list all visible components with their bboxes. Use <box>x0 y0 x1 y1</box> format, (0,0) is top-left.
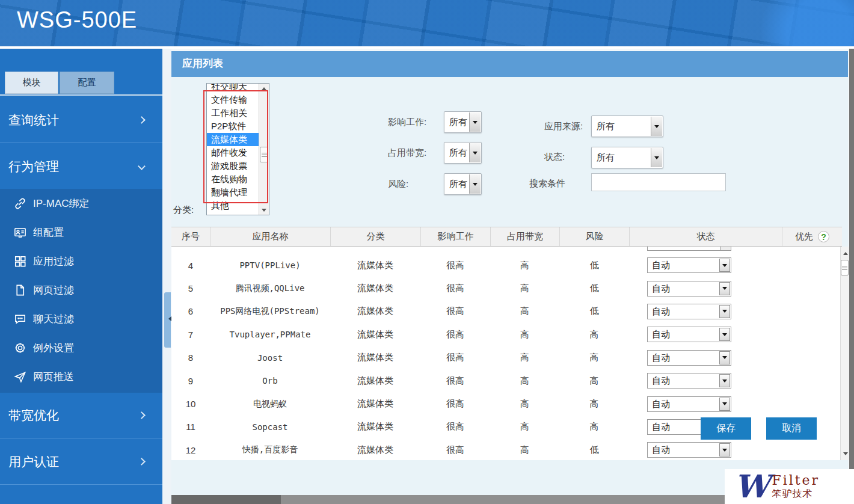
sidebar-item-2[interactable]: 组配置 <box>0 218 162 247</box>
sidebar: 模块 配置 查询统计行为管理IP-MAC绑定组配置应用过滤网页过滤聊天过滤例外设… <box>0 49 162 504</box>
status-select[interactable]: 自动 <box>647 257 731 273</box>
scroll-up-icon[interactable] <box>841 248 850 258</box>
scroll-up-icon[interactable] <box>259 84 269 93</box>
sidebar-item-3[interactable]: 应用过滤 <box>0 247 162 275</box>
sidebar-group-4[interactable]: 用户认证 <box>0 439 162 484</box>
status-select[interactable]: 自动 <box>647 327 731 342</box>
filter-impact-select[interactable]: 所有 <box>444 111 482 133</box>
cell-impact: 很高 <box>420 283 490 294</box>
filter-source-select[interactable]: 所有 <box>591 115 663 137</box>
cell-impact: 很高 <box>420 444 490 456</box>
table-scroll-thumb[interactable] <box>841 260 849 275</box>
sidebar-divider <box>0 438 162 438</box>
category-option-6[interactable]: 邮件收发 <box>207 146 259 159</box>
logo-w-letter: W <box>734 473 769 501</box>
chevron-down-icon[interactable] <box>719 351 730 364</box>
sidebar-item-4[interactable]: 网页过滤 <box>0 275 162 304</box>
status-select-value: 自动 <box>652 283 670 294</box>
chevron-down-icon[interactable] <box>719 328 730 341</box>
col-no: 序号 <box>171 227 210 246</box>
chevron-down-icon[interactable] <box>719 305 730 318</box>
cell-status: 自动 <box>629 392 782 415</box>
category-listbox[interactable]: 社交聊天文件传输工作相关P2P软件流媒体类邮件收发游戏股票在线购物翻墙代理其他 <box>206 83 269 215</box>
chevron-down-icon[interactable] <box>719 374 730 387</box>
table-scrollbar[interactable] <box>840 247 849 460</box>
listbox-scroll-thumb[interactable] <box>260 147 268 162</box>
dialog-titlebar: 应用列表 × <box>171 51 848 77</box>
cell-category: 流媒体类 <box>330 260 420 271</box>
category-option-2[interactable]: 文件传输 <box>207 93 259 106</box>
cell-name: Orb <box>210 376 330 386</box>
status-select-value: 自动 <box>652 329 670 340</box>
sidebar-group-5[interactable]: VPN <box>0 485 162 504</box>
chevron-down-icon[interactable] <box>651 117 662 136</box>
cell-status: 自动 <box>629 369 782 392</box>
chevron-down-icon[interactable] <box>719 259 730 272</box>
category-option-3[interactable]: 工作相关 <box>207 106 259 120</box>
status-select[interactable]: 自动 <box>647 396 731 412</box>
filter-risk-select[interactable]: 所有 <box>444 173 482 195</box>
filter-bandwidth-select[interactable]: 所有 <box>444 142 482 164</box>
status-select[interactable]: 自动 <box>647 281 731 297</box>
sidebar-item-6[interactable]: 例外设置 <box>0 333 162 362</box>
sidebar-group-3[interactable]: 带宽优化 <box>0 393 162 438</box>
chat-icon <box>13 312 27 326</box>
chevron-down-icon[interactable] <box>719 398 730 411</box>
listbox-scrollbar[interactable] <box>259 84 269 215</box>
chevron-down-icon <box>138 162 146 170</box>
cell-name: 电视蚂蚁 <box>210 399 330 410</box>
sidebar-group-label: 用户认证 <box>8 453 59 470</box>
table-row: 10电视蚂蚁流媒体类很高高高自动 <box>171 392 840 415</box>
cell-name: Joost <box>210 353 330 363</box>
sidebar-item-label: 网页推送 <box>33 370 74 384</box>
chevron-right-icon <box>138 458 146 466</box>
sidebar-group-2[interactable]: 行为管理 <box>0 144 162 189</box>
cell-no: 10 <box>171 399 210 409</box>
sidebar-group-label: VPN <box>8 501 34 504</box>
top-banner: WSG-500E <box>0 0 854 46</box>
chevron-down-icon[interactable] <box>719 282 730 295</box>
sidebar-item-7[interactable]: 网页推送 <box>0 362 162 391</box>
horizontal-scroll-thumb[interactable] <box>171 495 281 504</box>
status-select[interactable]: 自动 <box>647 442 731 458</box>
chevron-down-icon[interactable] <box>469 174 481 194</box>
cancel-button[interactable]: 取消 <box>766 417 817 440</box>
chevron-down-icon[interactable] <box>469 143 481 162</box>
tab-config[interactable]: 配置 <box>60 72 114 94</box>
status-select[interactable]: 自动 <box>647 373 731 389</box>
category-option-10[interactable]: 其他 <box>207 199 259 212</box>
tab-module[interactable]: 模块 <box>5 72 58 94</box>
category-option-5[interactable]: 流媒体类 <box>207 133 259 146</box>
cell-no: 6 <box>171 306 210 316</box>
filter-status-select[interactable]: 所有 <box>591 147 663 168</box>
status-select-clipped[interactable] <box>647 247 731 251</box>
window-scrollbar[interactable] <box>849 49 854 504</box>
search-label: 搜索条件 <box>529 178 565 189</box>
cell-name: PPTV(PPLive) <box>210 260 330 270</box>
chevron-down-icon[interactable] <box>719 443 730 456</box>
save-button[interactable]: 保存 <box>701 417 751 440</box>
cell-no: 4 <box>171 260 210 271</box>
table-row: 6PPS网络电视(PPStream)流媒体类很高高低自动 <box>171 300 840 323</box>
status-select[interactable]: 自动 <box>647 350 731 366</box>
category-option-1[interactable]: 社交聊天 <box>207 83 259 93</box>
sidebar-group-1[interactable]: 查询统计 <box>0 97 162 143</box>
status-select[interactable]: 自动 <box>647 304 731 319</box>
app-window: WSG-500E 模块 配置 查询统计行为管理IP-MAC绑定组配置应用过滤网页… <box>0 0 854 504</box>
category-option-4[interactable]: P2P软件 <box>207 120 259 133</box>
scroll-down-icon[interactable] <box>841 449 850 458</box>
cell-bandwidth: 高 <box>490 444 559 456</box>
help-icon[interactable]: ? <box>818 231 829 242</box>
scroll-down-icon[interactable] <box>259 205 269 215</box>
chevron-down-icon[interactable] <box>469 112 481 132</box>
category-option-7[interactable]: 游戏股票 <box>207 159 259 173</box>
search-input[interactable] <box>591 173 726 191</box>
sidebar-divider <box>0 484 162 485</box>
chevron-down-icon[interactable] <box>651 148 662 167</box>
sidebar-item-1[interactable]: IP-MAC绑定 <box>0 189 162 218</box>
category-option-8[interactable]: 在线购物 <box>207 173 259 186</box>
sidebar-item-5[interactable]: 聊天过滤 <box>0 304 162 333</box>
status-select-value: 自动 <box>652 260 670 271</box>
category-option-9[interactable]: 翻墙代理 <box>207 186 259 199</box>
cell-no: 11 <box>171 422 210 432</box>
